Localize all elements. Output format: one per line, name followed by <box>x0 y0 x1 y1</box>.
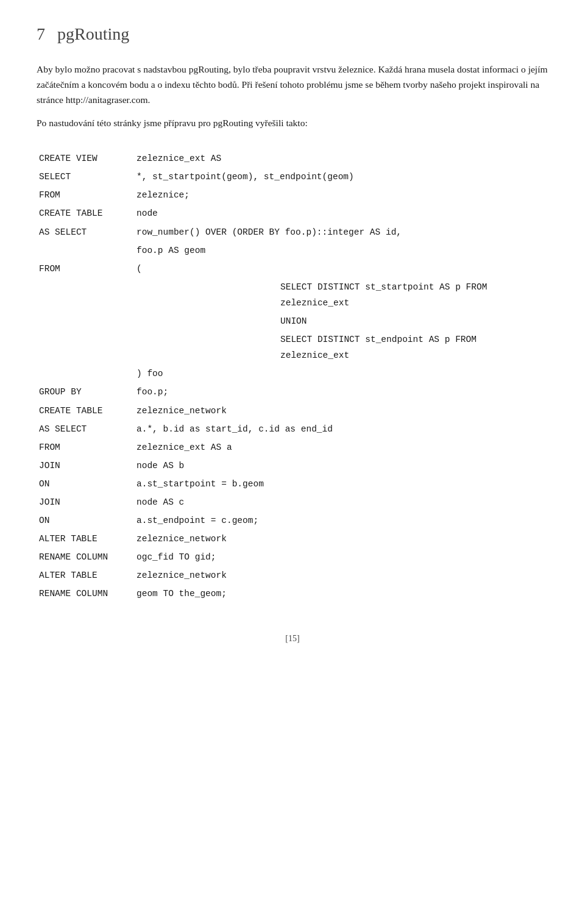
code-value: a.st_startpoint = b.geom <box>134 475 548 493</box>
code-keyword: ALTER TABLE <box>37 566 134 585</box>
code-value: UNION <box>134 312 548 330</box>
code-row-from-1: FROM zeleznice; <box>37 186 548 204</box>
code-value: node <box>134 204 548 222</box>
paragraph-2: Po nastudování této stránky jsme příprav… <box>37 116 548 131</box>
code-row-join-2: JOIN node AS c <box>37 493 548 511</box>
intro-section: Aby bylo možno pracovat s nadstavbou pgR… <box>37 62 548 131</box>
code-keyword <box>37 364 134 383</box>
code-keyword: AS SELECT <box>37 223 134 241</box>
chapter-number: 7 <box>37 24 45 44</box>
code-value: ogc_fid TO gid; <box>134 548 548 566</box>
chapter-title: pgRouting <box>57 24 129 44</box>
code-row-create-view: CREATE VIEW zeleznice_ext AS <box>37 149 548 168</box>
url-link[interactable]: http://anitagraser.com <box>66 94 148 105</box>
code-row-close-paren: ) foo <box>37 364 548 383</box>
code-keyword <box>37 330 134 364</box>
code-keyword: CREATE VIEW <box>37 149 134 168</box>
code-value: a.*, b.id as start_id, c.id as end_id <box>134 420 548 438</box>
code-row-as-select-1: AS SELECT row_number() OVER (ORDER BY fo… <box>37 223 548 241</box>
code-table: CREATE VIEW zeleznice_ext AS SELECT *, s… <box>37 149 548 603</box>
code-value: SELECT DISTINCT st_endpoint AS p FROM ze… <box>134 330 548 364</box>
code-keyword: ON <box>37 511 134 530</box>
code-keyword: SELECT <box>37 168 134 186</box>
code-row-create-table-2: CREATE TABLE zeleznice_network <box>37 402 548 420</box>
code-row-alter-table-2: ALTER TABLE zeleznice_network <box>37 566 548 585</box>
code-keyword: CREATE TABLE <box>37 402 134 420</box>
code-row-select-1: SELECT *, st_startpoint(geom), st_endpoi… <box>37 168 548 186</box>
code-keyword: CREATE TABLE <box>37 204 134 222</box>
code-keyword: JOIN <box>37 457 134 475</box>
code-keyword <box>37 241 134 260</box>
code-row-rename-column-1: RENAME COLUMN ogc_fid TO gid; <box>37 548 548 566</box>
code-keyword: ON <box>37 475 134 493</box>
code-keyword: FROM <box>37 186 134 204</box>
code-value: zeleznice; <box>134 186 548 204</box>
code-section: CREATE VIEW zeleznice_ext AS SELECT *, s… <box>37 149 548 603</box>
code-value: zeleznice_network <box>134 530 548 548</box>
code-row-from-3: FROM zeleznice_ext AS a <box>37 438 548 457</box>
code-value: ( <box>134 260 548 278</box>
code-row-select-distinct-2: SELECT DISTINCT st_endpoint AS p FROM ze… <box>37 330 548 364</box>
code-row-as-select-2: AS SELECT a.*, b.id as start_id, c.id as… <box>37 420 548 438</box>
code-value: a.st_endpoint = c.geom; <box>134 511 548 530</box>
code-value: zeleznice_network <box>134 402 548 420</box>
code-row-join-1: JOIN node AS b <box>37 457 548 475</box>
code-value: SELECT DISTINCT st_startpoint AS p FROM … <box>134 278 548 312</box>
code-row-foo-p: foo.p AS geom <box>37 241 548 260</box>
page-footer: [15] <box>37 634 548 644</box>
code-keyword: AS SELECT <box>37 420 134 438</box>
code-value: geom TO the_geom; <box>134 585 548 603</box>
code-value: row_number() OVER (ORDER BY foo.p)::inte… <box>134 223 548 241</box>
code-keyword: FROM <box>37 260 134 278</box>
code-keyword: FROM <box>37 438 134 457</box>
code-row-from-2: FROM ( <box>37 260 548 278</box>
code-keyword: RENAME COLUMN <box>37 585 134 603</box>
code-value: zeleznice_ext AS a <box>134 438 548 457</box>
code-row-select-distinct-1: SELECT DISTINCT st_startpoint AS p FROM … <box>37 278 548 312</box>
code-row-union: UNION <box>37 312 548 330</box>
code-keyword: RENAME COLUMN <box>37 548 134 566</box>
code-value: zeleznice_ext AS <box>134 149 548 168</box>
code-value: zeleznice_network <box>134 566 548 585</box>
code-value: foo.p; <box>134 383 548 401</box>
code-keyword: JOIN <box>37 493 134 511</box>
chapter-header: 7 pgRouting <box>37 24 548 44</box>
code-row-alter-table-1: ALTER TABLE zeleznice_network <box>37 530 548 548</box>
code-row-create-table-1: CREATE TABLE node <box>37 204 548 222</box>
code-value: node AS c <box>134 493 548 511</box>
code-value: ) foo <box>134 364 548 383</box>
code-value: node AS b <box>134 457 548 475</box>
code-row-on-2: ON a.st_endpoint = c.geom; <box>37 511 548 530</box>
page-number: [15] <box>285 634 299 643</box>
code-keyword: ALTER TABLE <box>37 530 134 548</box>
code-row-group-by: GROUP BY foo.p; <box>37 383 548 401</box>
code-row-rename-column-2: RENAME COLUMN geom TO the_geom; <box>37 585 548 603</box>
code-value: *, st_startpoint(geom), st_endpoint(geom… <box>134 168 548 186</box>
paragraph-1: Aby bylo možno pracovat s nadstavbou pgR… <box>37 62 548 107</box>
code-keyword: GROUP BY <box>37 383 134 401</box>
code-value: foo.p AS geom <box>134 241 548 260</box>
code-keyword <box>37 312 134 330</box>
code-row-on-1: ON a.st_startpoint = b.geom <box>37 475 548 493</box>
code-keyword <box>37 278 134 312</box>
